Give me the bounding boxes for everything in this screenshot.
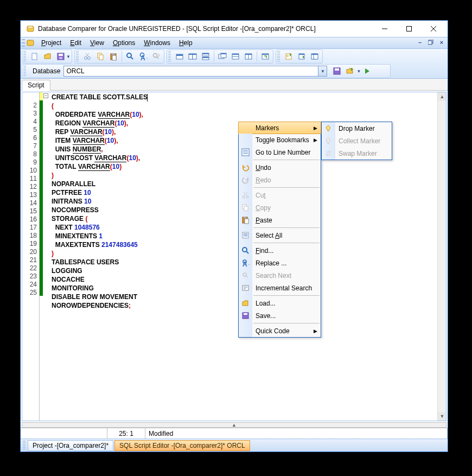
scroll-up-icon[interactable]: ▲ bbox=[438, 92, 447, 101]
status-modified: Modified bbox=[145, 428, 448, 439]
toolbar-grip[interactable] bbox=[23, 66, 26, 77]
toolbar-grip[interactable] bbox=[277, 51, 280, 62]
run-btn-1[interactable] bbox=[282, 50, 295, 63]
svg-rect-68 bbox=[245, 219, 248, 224]
search-next-button[interactable] bbox=[150, 50, 163, 63]
svg-rect-32 bbox=[189, 54, 196, 55]
close-button[interactable] bbox=[421, 21, 445, 37]
menu-options[interactable]: Options bbox=[109, 38, 139, 48]
menu-help[interactable]: Help bbox=[175, 38, 197, 48]
svg-rect-50 bbox=[299, 54, 304, 55]
database-select[interactable]: ORCL ▼ bbox=[63, 66, 327, 77]
svg-point-1 bbox=[28, 26, 33, 28]
ctx-copy[interactable]: Copy bbox=[239, 201, 321, 214]
save-button[interactable] bbox=[54, 50, 67, 63]
svg-rect-6 bbox=[27, 40, 34, 46]
ctx-save[interactable]: Save... bbox=[239, 309, 321, 322]
toolbar-group-file: ▼ bbox=[22, 49, 72, 64]
scroll-down-icon[interactable]: ▼ bbox=[438, 412, 447, 421]
ctx-incremental-search[interactable]: Incremental Search bbox=[239, 282, 321, 294]
ctx-swap-marker[interactable]: Swap Marker bbox=[322, 147, 392, 160]
ctx-toggle-bookmarks[interactable]: Toggle Bookmarks▶ bbox=[239, 134, 321, 146]
incremental-search-icon bbox=[239, 282, 252, 294]
toolbar-grip[interactable] bbox=[76, 51, 79, 62]
menu-edit[interactable]: Edit bbox=[66, 38, 86, 48]
search-next-icon bbox=[239, 269, 252, 282]
database-label: Database bbox=[28, 67, 63, 75]
ctx-cut[interactable]: Cut bbox=[239, 189, 321, 201]
mdi-window-controls: – × bbox=[415, 38, 447, 47]
ctx-select-all[interactable]: Select All bbox=[239, 229, 321, 242]
ctx-paste[interactable]: Paste bbox=[239, 214, 321, 226]
new-button[interactable] bbox=[28, 50, 41, 63]
svg-rect-55 bbox=[335, 68, 339, 71]
replace-button[interactable]: A→B bbox=[137, 50, 150, 63]
ctx-replace[interactable]: A→B Replace ... bbox=[239, 257, 321, 269]
menu-windows[interactable]: Windows bbox=[139, 38, 175, 48]
svg-rect-36 bbox=[202, 57, 209, 58]
db-save-button[interactable] bbox=[330, 65, 343, 78]
svg-rect-47 bbox=[262, 54, 269, 55]
db-open-button[interactable] bbox=[343, 65, 356, 78]
doctab-project[interactable]: Project -[Ora_comparer2]* bbox=[28, 440, 113, 451]
svg-rect-78 bbox=[243, 285, 248, 290]
context-menu: Markers▶ Toggle Bookmarks▶ Go to Line Nu… bbox=[238, 122, 321, 338]
ctx-collect-marker[interactable]: Collect Marker bbox=[322, 135, 392, 147]
toolbar-grip[interactable] bbox=[168, 51, 171, 62]
toolbar-grip[interactable] bbox=[23, 51, 26, 62]
ctx-markers[interactable]: Markers▶ bbox=[238, 122, 321, 134]
ctx-quick-code[interactable]: Quick Code▶ bbox=[239, 325, 321, 337]
doctab-sql-editor[interactable]: SQL Script Editor -[Ora_comparer2]* ORCL bbox=[114, 440, 250, 451]
ctx-goto-line[interactable]: Go to Line Number bbox=[239, 146, 321, 158]
fold-toggle[interactable]: − bbox=[43, 93, 48, 98]
svg-rect-8 bbox=[428, 41, 432, 45]
document-tabs: Project -[Ora_comparer2]* SQL Script Edi… bbox=[21, 439, 448, 452]
menu-view[interactable]: View bbox=[86, 38, 109, 48]
panel-collapse-handle[interactable]: ▲ bbox=[22, 422, 447, 428]
doctab-grip[interactable] bbox=[23, 441, 25, 450]
minimize-button[interactable] bbox=[372, 21, 397, 37]
paste-icon bbox=[239, 214, 252, 226]
mdi-restore[interactable] bbox=[426, 38, 436, 47]
window-btn-2[interactable] bbox=[186, 50, 199, 63]
execute-button[interactable] bbox=[361, 65, 374, 78]
paste-button[interactable] bbox=[107, 50, 120, 63]
cut-button[interactable] bbox=[81, 50, 94, 63]
menubar-grip[interactable] bbox=[22, 38, 25, 48]
tab-script[interactable]: Script bbox=[22, 80, 50, 91]
window-btn-1[interactable] bbox=[173, 50, 186, 63]
run-btn-3[interactable] bbox=[308, 50, 321, 63]
line-gutter: 2345 678910 1112131415 1617181920 212223… bbox=[22, 92, 40, 421]
ctx-search-next[interactable]: Search Next bbox=[239, 269, 321, 282]
ctx-undo[interactable]: Undo bbox=[239, 161, 321, 174]
app-window: Database Comparer for Oracle UNREGISTERE… bbox=[20, 20, 448, 452]
dropdown-icon[interactable]: ▼ bbox=[318, 66, 327, 76]
cursor-position: 25: 1 bbox=[107, 428, 145, 439]
window-btn-5[interactable] bbox=[229, 50, 242, 63]
svg-point-14 bbox=[87, 57, 90, 60]
window-btn-4[interactable] bbox=[216, 50, 229, 63]
find-icon bbox=[239, 244, 252, 257]
menu-project[interactable]: Project bbox=[37, 38, 66, 48]
svg-rect-65 bbox=[244, 206, 248, 211]
svg-rect-3 bbox=[406, 27, 411, 31]
collect-marker-icon bbox=[322, 135, 335, 147]
copy-button[interactable] bbox=[94, 50, 107, 63]
svg-rect-82 bbox=[244, 313, 247, 315]
open-button[interactable] bbox=[41, 50, 54, 63]
window-btn-7[interactable] bbox=[259, 50, 272, 63]
ctx-find[interactable]: Find... bbox=[239, 244, 321, 257]
ctx-load[interactable]: Load... bbox=[239, 297, 321, 309]
window-btn-3[interactable] bbox=[199, 50, 212, 63]
maximize-button[interactable] bbox=[397, 21, 421, 37]
ctx-redo[interactable]: Redo bbox=[239, 174, 321, 186]
run-btn-2[interactable] bbox=[295, 50, 308, 63]
ctx-drop-marker[interactable]: Drop Marker bbox=[322, 122, 392, 135]
vertical-scrollbar[interactable]: ▲ ▼ bbox=[437, 92, 446, 421]
mdi-minimize[interactable]: – bbox=[415, 38, 425, 47]
mdi-close[interactable]: × bbox=[437, 38, 447, 47]
find-button[interactable] bbox=[124, 50, 137, 63]
window-btn-6[interactable] bbox=[242, 50, 255, 63]
undo-icon bbox=[239, 161, 252, 174]
svg-line-73 bbox=[246, 251, 248, 253]
